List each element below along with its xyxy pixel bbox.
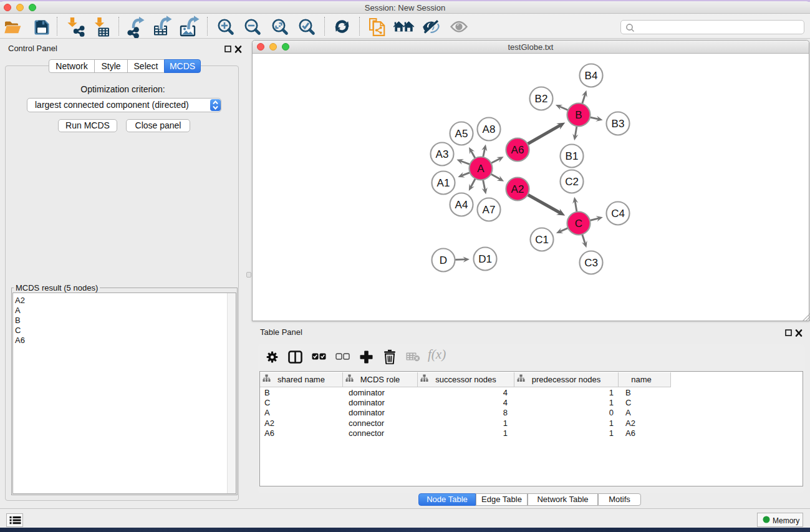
svg-text:C: C [575,218,582,230]
svg-text:B2: B2 [535,93,548,105]
svg-text:B1: B1 [566,150,579,162]
svg-text:A5: A5 [455,128,468,140]
svg-text:A7: A7 [483,204,496,216]
svg-text:A6: A6 [511,144,524,156]
svg-text:C2: C2 [565,176,579,188]
svg-text:D: D [440,254,447,266]
svg-text:C3: C3 [584,257,598,269]
svg-text:B: B [575,109,582,121]
svg-text:A2: A2 [511,183,524,195]
svg-text:C1: C1 [535,234,549,246]
svg-text:A1: A1 [437,177,450,189]
svg-text:B3: B3 [612,118,625,130]
svg-text:A4: A4 [455,199,468,211]
svg-text:D1: D1 [478,253,492,265]
svg-text:A: A [477,163,485,175]
svg-text:A3: A3 [436,148,449,160]
svg-text:A8: A8 [483,123,496,135]
svg-text:B4: B4 [585,70,598,82]
svg-text:C4: C4 [611,208,625,220]
